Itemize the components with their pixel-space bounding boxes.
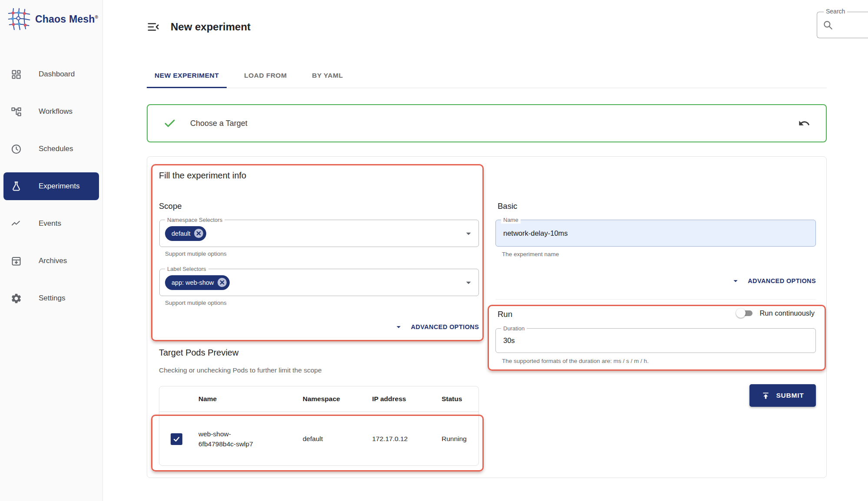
sidebar-item-experiments[interactable]: Experiments — [3, 172, 99, 200]
publish-icon — [761, 391, 770, 400]
dropdown-arrow-icon[interactable] — [463, 277, 474, 288]
scope-advanced-options-button[interactable]: ADVANCED OPTIONS — [159, 322, 479, 332]
brand-logo[interactable]: Chaos Mesh® — [7, 7, 98, 31]
submit-button[interactable]: SUBMIT — [749, 384, 816, 407]
basic-advanced-options-label: ADVANCED OPTIONS — [748, 277, 816, 284]
experiment-info-title: Fill the experiment info — [159, 171, 246, 181]
flask-icon — [10, 181, 22, 192]
submit-label: SUBMIT — [776, 392, 804, 399]
brand-name: Chaos Mesh® — [35, 13, 98, 25]
namespace-selectors-field[interactable]: Namespace Selectors default — [159, 220, 479, 247]
run-title: Run — [498, 310, 512, 319]
chaos-mesh-logo-icon — [7, 7, 31, 31]
duration-field[interactable]: Duration 30s — [495, 328, 816, 353]
tab-new-experiment[interactable]: NEW EXPERIMENT — [147, 63, 227, 88]
pods-table-header: Name Namespace IP address Status — [159, 386, 479, 412]
duration-value: 30s — [501, 336, 515, 345]
sidebar-item-dashboard[interactable]: Dashboard — [3, 60, 99, 88]
label-selectors-field[interactable]: Label Selectors app: web-show — [159, 269, 479, 296]
basic-title: Basic — [498, 201, 517, 211]
choose-target-label: Choose a Target — [190, 119, 248, 128]
undo-icon[interactable] — [798, 117, 810, 129]
sidebar: Chaos Mesh® Dashboard Workflows Schedule… — [0, 0, 103, 501]
label-chip[interactable]: app: web-show — [165, 275, 230, 290]
column-header-status: Status — [437, 395, 479, 403]
caret-down-icon — [731, 276, 740, 286]
scope-title: Scope — [159, 201, 182, 211]
duration-label: Duration — [501, 325, 527, 332]
sidebar-nav: Dashboard Workflows Schedules Experiment… — [3, 60, 99, 312]
run-continuously-control: Run continuously — [736, 308, 815, 318]
search-input[interactable]: Search — [817, 12, 868, 38]
namespace-chip-label: default — [172, 230, 191, 237]
column-header-name: Name — [194, 395, 298, 403]
sidebar-item-events[interactable]: Events — [3, 210, 99, 237]
page-title: New experiment — [171, 21, 251, 33]
experiment-form-card: Fill the experiment info Scope Namespace… — [147, 156, 827, 478]
scope-advanced-options-label: ADVANCED OPTIONS — [411, 323, 479, 330]
chip-delete-icon[interactable] — [218, 278, 227, 287]
table-row[interactable]: web-show-6fb4798b4c-swlp7 default 172.17… — [159, 412, 479, 466]
basic-advanced-options-button[interactable]: ADVANCED OPTIONS — [495, 276, 816, 286]
run-continuously-toggle[interactable] — [736, 308, 753, 318]
choose-target-banner: Choose a Target — [147, 104, 827, 142]
run-continuously-label: Run continuously — [759, 309, 815, 317]
sidebar-item-label: Schedules — [39, 145, 73, 153]
section-divider — [495, 299, 816, 300]
search-icon — [822, 20, 834, 31]
sidebar-item-label: Workflows — [39, 107, 73, 116]
sidebar-item-schedules[interactable]: Schedules — [3, 135, 99, 163]
experiment-name-label: Name — [501, 216, 521, 224]
sidebar-item-label: Experiments — [39, 182, 79, 191]
pod-status-cell: Running — [437, 435, 479, 443]
label-chip-label: app: web-show — [172, 279, 214, 286]
registered-mark: ® — [95, 15, 98, 20]
sidebar-item-settings[interactable]: Settings — [3, 284, 99, 312]
experiment-name-field[interactable]: Name network-delay-10ms — [495, 220, 816, 247]
namespace-selectors-label: Namespace Selectors — [165, 216, 224, 224]
menu-open-icon[interactable] — [147, 20, 160, 33]
chip-delete-icon[interactable] — [194, 229, 203, 238]
sidebar-item-archives[interactable]: Archives — [3, 247, 99, 275]
caret-down-icon — [394, 322, 403, 332]
clock-icon — [10, 143, 22, 155]
main-content: New experiment Search NEW EXPERIMENT LOA… — [103, 0, 868, 501]
search-input-label: Search — [824, 8, 847, 15]
tab-load-from[interactable]: LOAD FROM — [236, 63, 294, 88]
sidebar-item-label: Dashboard — [39, 70, 75, 79]
workflows-icon — [10, 106, 22, 118]
sidebar-item-label: Events — [39, 219, 61, 228]
experiment-name-value: network-delay-10ms — [501, 229, 568, 237]
column-header-namespace: Namespace — [298, 395, 368, 403]
pods-table: Name Namespace IP address Status web-sho… — [159, 386, 479, 466]
dropdown-arrow-icon[interactable] — [463, 228, 474, 239]
page-header: New experiment — [147, 16, 251, 38]
pod-checkbox[interactable] — [171, 433, 182, 445]
pod-name-cell: web-show-6fb4798b4c-swlp7 — [194, 429, 259, 449]
archive-icon — [10, 255, 22, 267]
sidebar-item-label: Archives — [39, 257, 67, 265]
namespace-chip[interactable]: default — [165, 226, 206, 241]
dashboard-icon — [10, 69, 22, 80]
pod-ip-cell: 172.17.0.12 — [368, 435, 437, 443]
tab-by-yaml[interactable]: BY YAML — [304, 63, 351, 88]
sidebar-item-workflows[interactable]: Workflows — [3, 98, 99, 125]
events-chart-icon — [10, 218, 22, 230]
column-header-ip: IP address — [368, 395, 437, 403]
gear-icon — [10, 293, 22, 304]
toggle-thumb — [736, 308, 746, 318]
label-helper-text: Support mutiple options — [165, 300, 227, 306]
duration-helper: The supported formats of the duration ar… — [502, 358, 649, 364]
experiment-name-helper: The experiment name — [502, 251, 559, 257]
sidebar-item-label: Settings — [39, 294, 65, 303]
experiment-tabs: NEW EXPERIMENT LOAD FROM BY YAML — [147, 63, 827, 88]
label-selectors-label: Label Selectors — [165, 265, 208, 273]
pods-preview-subtitle: Checking or unchecking Pods to further l… — [159, 366, 322, 374]
pods-preview-title: Target Pods Preview — [159, 348, 238, 358]
check-icon — [163, 117, 176, 130]
namespace-helper-text: Support mutiple options — [165, 250, 227, 257]
pod-namespace-cell: default — [298, 435, 368, 443]
